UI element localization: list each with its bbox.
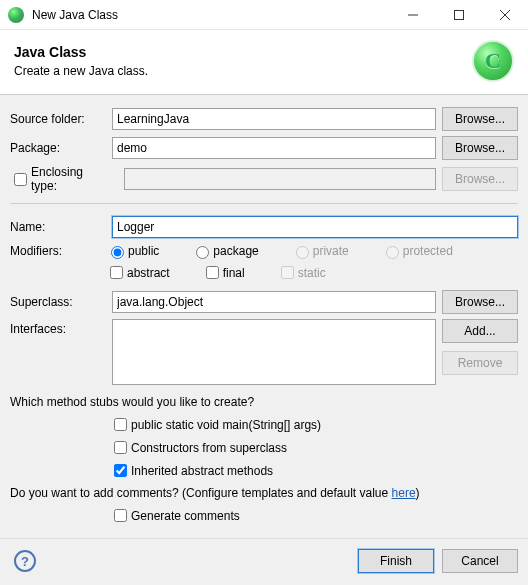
close-button[interactable]: [482, 0, 528, 30]
generate-comments[interactable]: Generate comments: [110, 506, 240, 525]
enclosing-type-check[interactable]: Enclosing type:: [10, 165, 106, 193]
superclass-input[interactable]: [112, 291, 436, 313]
package-browse-button[interactable]: Browse...: [442, 136, 518, 160]
finish-button[interactable]: Finish: [358, 549, 434, 573]
modifier-final[interactable]: final: [202, 263, 245, 282]
stub-constructors[interactable]: Constructors from superclass: [110, 438, 287, 457]
stub-main[interactable]: public static void main(String[] args): [110, 415, 321, 434]
wizard-header: Java Class Create a new Java class. C: [0, 30, 528, 95]
source-folder-input[interactable]: [112, 108, 436, 130]
wizard-title: Java Class: [14, 44, 472, 60]
separator: [10, 203, 518, 204]
name-input[interactable]: [112, 216, 518, 238]
package-label: Package:: [10, 141, 106, 155]
footer: ? Finish Cancel: [0, 538, 528, 585]
interfaces-remove-button: Remove: [442, 351, 518, 375]
modifier-static: static: [277, 263, 326, 282]
stub-inherited[interactable]: Inherited abstract methods: [110, 461, 273, 480]
modifiers-label: Modifiers:: [10, 244, 106, 258]
source-folder-label: Source folder:: [10, 112, 106, 126]
source-folder-browse-button[interactable]: Browse...: [442, 107, 518, 131]
maximize-button[interactable]: [436, 0, 482, 30]
superclass-label: Superclass:: [10, 295, 106, 309]
window-title: New Java Class: [32, 8, 118, 22]
enclosing-type-browse-button: Browse...: [442, 167, 518, 191]
package-input[interactable]: [112, 137, 436, 159]
minimize-button[interactable]: [390, 0, 436, 30]
superclass-browse-button[interactable]: Browse...: [442, 290, 518, 314]
modifier-package[interactable]: package: [191, 243, 258, 259]
modifier-abstract[interactable]: abstract: [106, 263, 170, 282]
interfaces-label: Interfaces:: [10, 319, 106, 336]
svg-rect-1: [455, 10, 464, 19]
modifier-private: private: [291, 243, 349, 259]
interfaces-add-button[interactable]: Add...: [442, 319, 518, 343]
class-icon: C: [472, 40, 514, 82]
configure-link[interactable]: here: [392, 486, 416, 500]
stubs-question: Which method stubs would you like to cre…: [10, 395, 518, 409]
modifier-protected: protected: [381, 243, 453, 259]
app-icon: [8, 7, 24, 23]
name-label: Name:: [10, 220, 106, 234]
enclosing-type-input: [124, 168, 436, 190]
help-icon[interactable]: ?: [14, 550, 36, 572]
cancel-button[interactable]: Cancel: [442, 549, 518, 573]
comments-question: Do you want to add comments? (Configure …: [10, 486, 518, 500]
interfaces-list[interactable]: [112, 319, 436, 385]
titlebar: New Java Class: [0, 0, 528, 30]
enclosing-type-label: Enclosing type:: [31, 165, 106, 193]
enclosing-type-checkbox[interactable]: [14, 173, 27, 186]
wizard-subtitle: Create a new Java class.: [14, 64, 472, 78]
modifier-public[interactable]: public: [106, 243, 159, 259]
